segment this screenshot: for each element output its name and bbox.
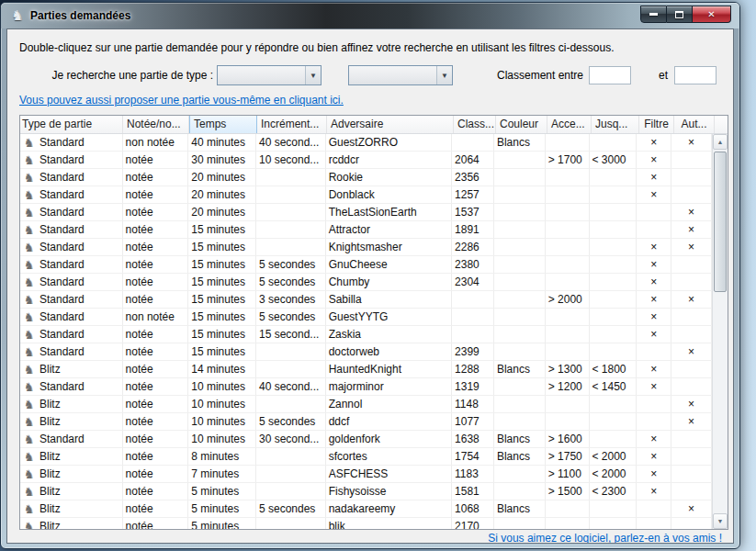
cell-auto bbox=[671, 152, 712, 169]
knight-icon: ♞ bbox=[22, 224, 36, 236]
table-row[interactable]: ♞ Standard notée 15 minutes 15 second...… bbox=[20, 326, 712, 343]
cell-color bbox=[494, 256, 546, 274]
cell-color: Blancs bbox=[494, 431, 546, 448]
table-row[interactable]: ♞ Standard notée 15 minutes doctorweb 23… bbox=[20, 343, 712, 361]
scrollbar-thumb[interactable] bbox=[714, 152, 727, 292]
column-header-color[interactable]: Couleur bbox=[496, 116, 547, 133]
share-link[interactable]: Si vous aimez ce logiciel, parlez-en à v… bbox=[488, 532, 722, 544]
table-row[interactable]: ♞ Standard notée 30 minutes 10 second...… bbox=[20, 152, 712, 169]
cell-rated: notée bbox=[123, 291, 189, 309]
cell-rating bbox=[452, 134, 494, 152]
table-row[interactable]: ♞ Blitz notée 8 minutes sfcortes 1754 Bl… bbox=[20, 448, 712, 466]
cell-auto bbox=[671, 256, 712, 274]
column-header-rating[interactable]: Class... bbox=[454, 116, 496, 133]
propose-game-link[interactable]: Vous pouvez aussi proposer une partie vo… bbox=[19, 94, 344, 107]
close-button[interactable]: ✕ bbox=[693, 6, 731, 23]
cell-rating: 1068 bbox=[452, 500, 494, 518]
chevron-down-icon: ▼ bbox=[305, 66, 321, 84]
cell-filter bbox=[637, 204, 671, 221]
table-row[interactable]: ♞ Standard notée 20 minutes Donblack 125… bbox=[20, 186, 712, 204]
table-row[interactable]: ♞ Standard notée 10 minutes 40 second...… bbox=[20, 378, 712, 396]
game-type-select[interactable]: ▼ bbox=[217, 65, 322, 85]
cell-rating: 1581 bbox=[452, 483, 494, 500]
rating-max-input[interactable] bbox=[674, 66, 717, 84]
titlebar[interactable]: ♞ Parties demandées ✕ bbox=[1, 3, 739, 28]
cell-auto bbox=[671, 518, 712, 529]
cell-color bbox=[494, 274, 546, 291]
cell-filter: × bbox=[637, 274, 671, 291]
table-row[interactable]: ♞ Blitz notée 14 minutes HauntedKnight 1… bbox=[20, 361, 712, 378]
table-row[interactable]: ♞ Standard notée 15 minutes Knightsmashe… bbox=[20, 239, 712, 256]
cell-rated: notée bbox=[123, 326, 189, 343]
table-row[interactable]: ♞ Blitz notée 10 minutes Zannol 1148 × bbox=[20, 396, 712, 413]
cell-rated: notée bbox=[123, 431, 189, 448]
cell-rated: notée bbox=[123, 256, 189, 274]
cell-filter: × bbox=[637, 361, 671, 378]
cell-rating-max bbox=[590, 256, 638, 274]
cell-filter bbox=[637, 500, 671, 518]
table-row[interactable]: ♞ Standard notée 20 minutes TheLastSionE… bbox=[20, 204, 712, 221]
cell-rating-max bbox=[590, 396, 638, 413]
cell-color bbox=[494, 378, 546, 396]
cell-increment bbox=[256, 396, 326, 413]
table-row[interactable]: ♞ Standard notée 15 minutes 5 secondes G… bbox=[20, 256, 712, 274]
cell-rating-min: > 1600 bbox=[546, 431, 590, 448]
cell-type-text: Blitz bbox=[39, 448, 61, 465]
cell-auto bbox=[671, 361, 712, 378]
table-row[interactable]: ♞ Blitz notée 5 minutes blik 2170 bbox=[20, 518, 712, 529]
cell-adversary: Sabilla bbox=[326, 291, 452, 309]
column-header-time[interactable]: Temps bbox=[189, 116, 257, 133]
cell-rating: 2356 bbox=[452, 169, 494, 186]
knight-icon: ♞ bbox=[22, 259, 36, 271]
column-header-rated[interactable]: Notée/no... bbox=[123, 116, 189, 133]
column-header-min[interactable]: Acce... bbox=[547, 116, 592, 133]
chevron-down-icon: ▼ bbox=[436, 66, 452, 84]
cell-type: ♞ Standard bbox=[20, 204, 123, 221]
game-variant-select[interactable]: ▼ bbox=[348, 65, 453, 85]
table-row[interactable]: ♞ Blitz notée 7 minutes ASFCHESS 1183 > … bbox=[20, 466, 712, 483]
column-header-type[interactable]: Type de partie bbox=[20, 116, 123, 133]
table-row[interactable]: ♞ Standard notée 15 minutes 3 secondes S… bbox=[20, 291, 712, 309]
knight-icon: ♞ bbox=[22, 451, 36, 463]
cell-adversary: nadakareemy bbox=[326, 500, 452, 518]
column-header-auto[interactable]: Aut... bbox=[674, 116, 715, 133]
rating-min-input[interactable] bbox=[589, 66, 631, 84]
table-row[interactable]: ♞ Blitz notée 5 minutes 5 secondes nadak… bbox=[20, 500, 712, 518]
knight-icon: ♞ bbox=[22, 207, 36, 219]
minimize-button[interactable] bbox=[640, 6, 667, 23]
cell-increment bbox=[256, 221, 326, 239]
knight-icon: ♞ bbox=[22, 242, 36, 253]
scroll-down-button[interactable]: ▼ bbox=[713, 513, 728, 529]
knight-icon: ♞ bbox=[22, 346, 36, 358]
cell-filter bbox=[637, 413, 671, 431]
column-header-adversary[interactable]: Adversaire bbox=[327, 116, 454, 133]
cell-rating-min bbox=[546, 518, 590, 529]
cell-rating: 1754 bbox=[452, 448, 494, 466]
table-row[interactable]: ♞ Standard notée 15 minutes 5 secondes C… bbox=[20, 274, 712, 291]
table-row[interactable]: ♞ Standard notée 10 minutes 30 second...… bbox=[20, 431, 712, 448]
table-row[interactable]: ♞ Standard non notée 40 minutes 40 secon… bbox=[20, 134, 712, 152]
cell-rating-min bbox=[546, 326, 590, 343]
table-row[interactable]: ♞ Blitz notée 5 minutes Fishysoisse 1581… bbox=[20, 483, 712, 500]
cell-rating-max bbox=[590, 204, 638, 221]
table-row[interactable]: ♞ Standard notée 20 minutes Rookie 2356 … bbox=[20, 169, 712, 186]
cell-color bbox=[494, 169, 546, 186]
table-row[interactable]: ♞ Standard non notée 15 minutes 5 second… bbox=[20, 309, 712, 326]
cell-adversary: Fishysoisse bbox=[326, 483, 452, 500]
column-header-max[interactable]: Jusq... bbox=[592, 116, 639, 133]
cell-rating-min: > 1500 bbox=[546, 483, 590, 500]
cell-filter bbox=[637, 343, 671, 361]
cell-filter: × bbox=[637, 134, 671, 152]
table-row[interactable]: ♞ Blitz notée 10 minutes 5 secondes ddcf… bbox=[20, 413, 712, 431]
table-row[interactable]: ♞ Standard notée 15 minutes Attractor 18… bbox=[20, 221, 712, 239]
column-header-filter[interactable]: Filtre bbox=[639, 116, 674, 133]
cell-type-text: Standard bbox=[39, 152, 85, 168]
cell-adversary: HauntedKnight bbox=[326, 361, 452, 378]
cell-rating-min bbox=[546, 239, 590, 256]
column-header-increment[interactable]: Incrément... bbox=[257, 116, 327, 133]
maximize-button[interactable] bbox=[667, 6, 693, 23]
cell-rating-min bbox=[546, 134, 590, 152]
scroll-up-button[interactable]: ▲ bbox=[713, 134, 728, 150]
cell-rating-min bbox=[546, 343, 590, 361]
cell-type-text: Standard bbox=[39, 326, 85, 343]
